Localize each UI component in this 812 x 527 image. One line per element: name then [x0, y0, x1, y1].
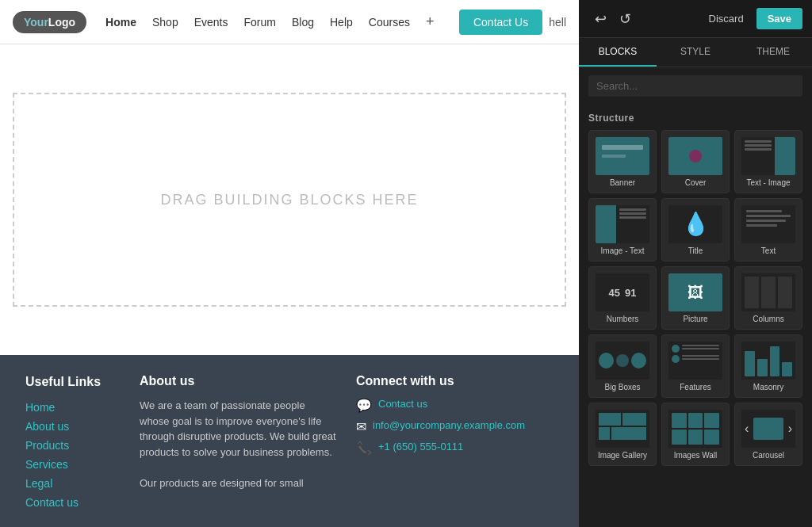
email-link[interactable]: info@yourcompany.example.com	[373, 419, 525, 431]
footer-about: About us We are a team of passionate peo…	[140, 374, 337, 514]
ti-right	[775, 137, 795, 175]
block-title[interactable]: 💧 Title	[661, 198, 730, 262]
numbers-visual: 45 91	[596, 273, 649, 311]
block-numbers[interactable]: 45 91 Numbers	[588, 266, 657, 330]
ti-line	[745, 140, 772, 143]
nav-blog[interactable]: Blog	[292, 16, 314, 29]
carousel-inner	[753, 418, 783, 440]
drag-area[interactable]: DRAG BUILDING BLOCKS HERE	[0, 44, 579, 355]
f-line	[682, 358, 719, 360]
cover-label: Cover	[685, 178, 707, 187]
picture-visual	[668, 273, 722, 311]
text-line	[746, 224, 777, 227]
bb-1	[599, 353, 614, 369]
iw-6	[704, 430, 719, 445]
columns-preview	[741, 273, 795, 311]
block-carousel[interactable]: Carousel	[734, 403, 802, 466]
images-wall-label: Images Wall	[674, 451, 718, 460]
redo-button[interactable]: ↺	[613, 7, 638, 31]
link-services[interactable]: Services	[25, 458, 68, 471]
block-masonry[interactable]: Masonry	[734, 334, 802, 398]
block-columns[interactable]: Columns	[734, 266, 802, 330]
block-image-gallery[interactable]: Image Gallery	[588, 403, 657, 466]
drop-icon: 💧	[682, 213, 710, 235]
add-nav-icon[interactable]: +	[426, 13, 435, 30]
block-images-wall[interactable]: Images Wall	[661, 403, 730, 466]
drop-zone[interactable]: DRAG BUILDING BLOCKS HERE	[13, 93, 566, 307]
connect-email: ✉ info@yourcompany.example.com	[356, 419, 553, 434]
big-boxes-preview	[596, 342, 649, 380]
nav-shop[interactable]: Shop	[152, 16, 178, 29]
mc-1	[745, 351, 755, 376]
it-right	[616, 205, 649, 243]
text-image-visual	[741, 137, 795, 175]
contact-link[interactable]: Contact us	[378, 398, 427, 410]
ti-line	[745, 144, 772, 147]
gi-3	[599, 427, 610, 440]
nav-help[interactable]: Help	[330, 16, 353, 29]
nav-courses[interactable]: Courses	[369, 16, 410, 29]
nav-forum[interactable]: Forum	[244, 16, 276, 29]
f-line	[682, 355, 719, 357]
link-about[interactable]: About us	[25, 420, 69, 433]
phone-icon: 📞	[356, 441, 372, 456]
block-text[interactable]: Text	[734, 198, 802, 262]
contact-us-button[interactable]: Contact Us	[459, 10, 542, 35]
tab-theme[interactable]: THEME	[734, 38, 812, 67]
image-text-visual	[596, 205, 649, 243]
nav-home[interactable]: Home	[105, 16, 136, 29]
link-products[interactable]: Products	[25, 439, 69, 452]
block-banner[interactable]: Banner	[588, 130, 657, 193]
image-text-label: Image - Text	[601, 246, 645, 255]
search-input[interactable]	[588, 75, 802, 97]
image-gallery-preview	[596, 410, 649, 448]
it-line	[619, 208, 646, 211]
phone-number: +1 (650) 555-0111	[378, 441, 463, 453]
undo-button[interactable]: ↩	[588, 7, 613, 31]
block-image-text[interactable]: Image - Text	[588, 198, 657, 262]
block-picture[interactable]: Picture	[661, 266, 730, 330]
text-line	[746, 220, 786, 222]
gallery-row-1	[599, 413, 646, 426]
site-footer: Useful Links Home About us Products Serv…	[0, 355, 579, 527]
link-legal[interactable]: Legal	[25, 477, 52, 490]
block-cover[interactable]: Cover	[661, 130, 730, 193]
features-row	[672, 345, 719, 353]
panel-search-wrap	[579, 67, 812, 105]
cover-preview-visual	[668, 137, 722, 175]
tab-style[interactable]: STYLE	[657, 38, 734, 67]
save-button[interactable]: Save	[756, 8, 802, 29]
bb-2	[616, 354, 628, 367]
it-line	[619, 212, 646, 215]
num-45: 45	[609, 287, 620, 299]
panel-toolbar: ↩ ↺ Discard Save	[579, 0, 812, 38]
block-big-boxes[interactable]: Big Boxes	[588, 334, 657, 398]
banner-preview	[596, 137, 649, 175]
nav-events[interactable]: Events	[194, 16, 228, 29]
link-home[interactable]: Home	[25, 401, 55, 414]
carousel-label: Carousel	[753, 451, 784, 460]
ti-line	[745, 148, 772, 151]
text-line	[746, 210, 782, 212]
text-line	[746, 215, 791, 217]
block-features[interactable]: Features	[661, 334, 730, 398]
logo: YourLogo	[13, 11, 86, 33]
image-gallery-label: Image Gallery	[598, 451, 647, 460]
f-line	[682, 345, 719, 346]
link-contact[interactable]: Contact us	[25, 496, 79, 509]
discard-button[interactable]: Discard	[701, 8, 752, 29]
picture-label: Picture	[683, 315, 707, 323]
block-text-image[interactable]: Text - Image	[734, 130, 802, 193]
connect-phone: 📞 +1 (650) 555-0111	[356, 441, 553, 456]
tab-blocks[interactable]: BLOCKS	[579, 38, 657, 67]
text-image-preview	[741, 137, 795, 175]
connect-title: Connect with us	[356, 374, 553, 388]
text-label: Text	[761, 246, 776, 255]
carousel-preview	[741, 410, 795, 448]
text-image-label: Text - Image	[746, 178, 790, 187]
gi-2	[622, 413, 646, 426]
it-line	[619, 216, 646, 219]
picture-preview	[668, 273, 722, 311]
banner-label: Banner	[610, 178, 635, 187]
drag-placeholder: DRAG BUILDING BLOCKS HERE	[160, 192, 418, 208]
